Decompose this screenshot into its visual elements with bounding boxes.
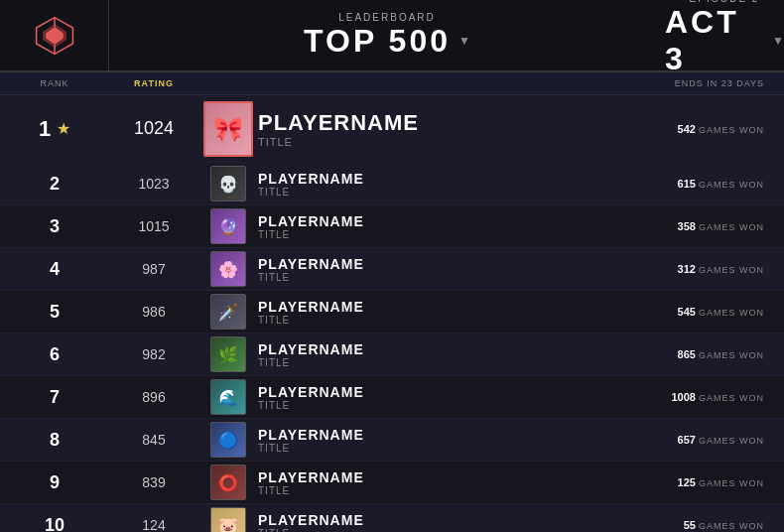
player-title: TITLE [258, 443, 625, 454]
ends-header: ENDS IN 23 DAYS [625, 78, 784, 88]
rating-col: 896 [109, 389, 198, 405]
valorant-logo-icon [35, 16, 74, 56]
games-col: 657 GAMES WON [625, 434, 784, 446]
player-name: PLAYERNAME [258, 512, 625, 528]
table-row[interactable]: 6 982 🌿 PLAYERNAME TITLE 865 GAMES WON [0, 333, 784, 376]
table-row[interactable]: 2 1023 💀 PLAYERNAME TITLE 615 GAMES WON [0, 163, 784, 205]
player-title: TITLE [258, 272, 625, 283]
name-col: PLAYERNAME TITLE [258, 469, 625, 496]
name-col: PLAYERNAME TITLE [258, 213, 625, 240]
avatar: ⭕ [210, 465, 246, 500]
rating-col: 1024 [109, 118, 198, 139]
table-row[interactable]: 8 845 🔵 PLAYERNAME TITLE 657 GAMES WON [0, 419, 784, 462]
player-title: TITLE [258, 357, 625, 368]
games-col: 865 GAMES WON [625, 348, 784, 360]
games-number: 865 [678, 348, 696, 360]
rank-number: 1 [39, 116, 51, 142]
leaderboard-subtitle: LEADERBOARD [338, 12, 436, 23]
games-won-label: GAMES WON [699, 308, 764, 318]
games-col: 312 GAMES WON [625, 263, 784, 275]
rating-header: RATING [109, 78, 198, 88]
games-number: 657 [678, 434, 696, 446]
games-number: 125 [678, 476, 696, 488]
games-won-label: GAMES WON [699, 350, 764, 360]
games-col: 542 GAMES WON [625, 123, 784, 135]
rank-col: 5 [0, 302, 109, 323]
rank-number: 3 [50, 216, 60, 237]
rank-col: 9 [0, 472, 109, 493]
avatar-col: 🔵 [198, 422, 258, 458]
table-row[interactable]: 7 896 🌊 PLAYERNAME TITLE 1008 GAMES WON [0, 376, 784, 419]
table-row[interactable]: 10 124 🐷 PLAYERNAME TITLE 55 GAMES WON [0, 504, 784, 532]
games-col: 55 GAMES WON [625, 519, 784, 531]
rating-col: 1015 [109, 218, 198, 234]
player-title: TITLE [258, 229, 625, 240]
rank-col: 3 [0, 216, 109, 237]
rank-number: 6 [50, 344, 60, 365]
games-col: 1008 GAMES WON [625, 391, 784, 403]
rank-number: 9 [50, 472, 60, 493]
avatar: 💀 [210, 166, 246, 201]
act-dropdown-icon[interactable]: ▼ [772, 34, 784, 48]
name-col: PLAYERNAME TITLE [258, 427, 625, 454]
leaderboard-title: TOP 500 [304, 23, 451, 60]
rank-header: RANK [0, 78, 109, 88]
table-row[interactable]: 3 1015 🔮 PLAYERNAME TITLE 358 GAMES WON [0, 205, 784, 248]
player-list: 1 ★ 1024 🎀 PLAYERNAME TITLE 542 GAMES WO… [0, 95, 784, 532]
games-number: 545 [678, 306, 696, 318]
table-row[interactable]: 1 ★ 1024 🎀 PLAYERNAME TITLE 542 GAMES WO… [0, 95, 784, 163]
name-col: PLAYERNAME TITLE [258, 256, 625, 283]
games-won-label: GAMES WON [699, 265, 764, 275]
games-number: 615 [678, 178, 696, 190]
name-col: PLAYERNAME TITLE [258, 341, 625, 368]
games-col: 615 GAMES WON [625, 178, 784, 190]
avatar-col: ⭕ [198, 465, 258, 500]
games-col: 545 GAMES WON [625, 306, 784, 318]
table-row[interactable]: 4 987 🌸 PLAYERNAME TITLE 312 GAMES WON [0, 248, 784, 291]
rating-col: 1023 [109, 176, 198, 192]
avatar-col: 🗡️ [198, 294, 258, 330]
leaderboard-dropdown-icon[interactable]: ▼ [458, 34, 470, 48]
rank-star-icon: ★ [57, 119, 70, 138]
player-title: TITLE [258, 136, 625, 148]
avatar-col: 💀 [198, 166, 258, 201]
rank-number: 5 [50, 302, 60, 323]
player-title: TITLE [258, 528, 625, 533]
rating-col: 124 [109, 517, 198, 532]
avatar: 🗡️ [210, 294, 246, 330]
rank-col: 10 [0, 515, 109, 533]
player-name: PLAYERNAME [258, 213, 625, 229]
rank-number: 4 [50, 259, 60, 280]
rating-col: 845 [109, 432, 198, 448]
player-name: PLAYERNAME [258, 171, 625, 187]
player-name: PLAYERNAME [258, 469, 625, 485]
player-title: TITLE [258, 315, 625, 326]
player-name: PLAYERNAME [258, 299, 625, 315]
games-number: 542 [678, 123, 696, 135]
rating-col: 986 [109, 304, 198, 320]
leaderboard-area: LEADERBOARD TOP 500 ▼ [109, 0, 665, 70]
games-col: 125 GAMES WON [625, 476, 784, 488]
name-col: PLAYERNAME TITLE [258, 384, 625, 411]
act-area: EPISODE 2 ACT 3 ▼ [665, 0, 784, 70]
games-number: 312 [678, 263, 696, 275]
rank-col: 4 [0, 259, 109, 280]
avatar-col: 🐷 [198, 507, 258, 532]
player-name: PLAYERNAME [258, 341, 625, 357]
name-col: PLAYERNAME TITLE [258, 299, 625, 326]
avatar-col: 🔮 [198, 208, 258, 244]
table-row[interactable]: 5 986 🗡️ PLAYERNAME TITLE 545 GAMES WON [0, 291, 784, 333]
avatar: 🔮 [210, 208, 246, 244]
avatar: 🎀 [203, 101, 253, 157]
rating-col: 839 [109, 474, 198, 490]
games-col: 358 GAMES WON [625, 220, 784, 232]
player-name: PLAYERNAME [258, 427, 625, 443]
player-title: TITLE [258, 485, 625, 496]
games-won-label: GAMES WON [699, 393, 764, 403]
table-row[interactable]: 9 839 ⭕ PLAYERNAME TITLE 125 GAMES WON [0, 462, 784, 504]
games-won-label: GAMES WON [699, 521, 764, 531]
header: LEADERBOARD TOP 500 ▼ EPISODE 2 ACT 3 ▼ [0, 0, 784, 72]
player-title: TITLE [258, 187, 625, 198]
avatar: 🐷 [210, 507, 246, 532]
rank-col: 1 ★ [0, 116, 109, 142]
